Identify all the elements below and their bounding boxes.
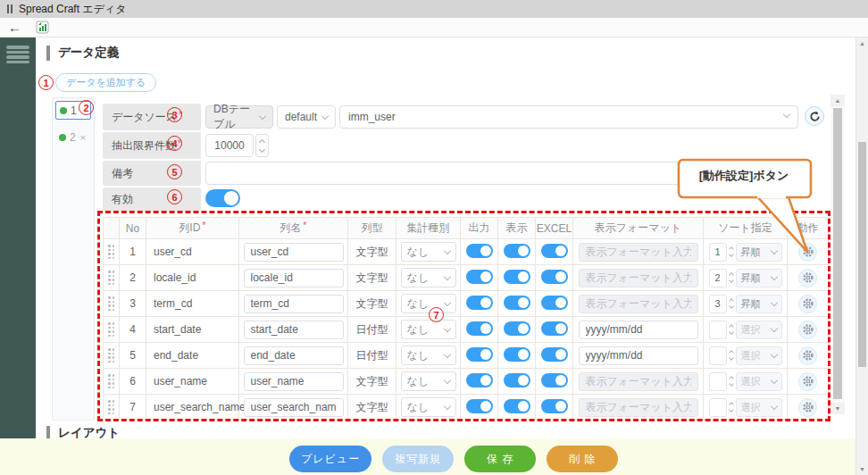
excel-toggle[interactable] — [541, 321, 568, 336]
scroll-up-arrow[interactable]: ▲ — [830, 95, 845, 106]
save-button[interactable]: 保 存 — [464, 446, 536, 472]
aggregation-select[interactable]: なし — [401, 268, 456, 288]
sort-spinner[interactable] — [730, 351, 733, 360]
sort-order-select[interactable]: 昇順 — [736, 243, 782, 262]
row-drag-handle[interactable] — [104, 271, 119, 285]
display-toggle[interactable] — [504, 244, 530, 258]
scroll-down-arrow[interactable]: ▼ — [830, 403, 845, 414]
sort-order-select[interactable]: 選択 — [736, 321, 782, 339]
copy-new-button[interactable]: 複写新規 — [382, 446, 454, 472]
limit-input[interactable] — [205, 134, 254, 157]
action-settings-button[interactable] — [798, 295, 817, 313]
display-toggle[interactable] — [504, 399, 530, 413]
format-input[interactable] — [579, 398, 698, 417]
column-name-input[interactable] — [244, 321, 344, 339]
row-drag-handle[interactable] — [104, 296, 119, 311]
format-input[interactable] — [579, 269, 698, 288]
preview-button[interactable]: プレビュー — [289, 446, 371, 472]
column-name-input[interactable] — [244, 372, 344, 391]
back-arrow-icon[interactable]: ← — [8, 21, 21, 34]
aggregation-select[interactable]: なし — [401, 320, 456, 339]
sort-spinner[interactable] — [730, 299, 733, 308]
sort-number-input[interactable] — [709, 346, 727, 365]
sort-spinner[interactable] — [730, 403, 733, 412]
spreadsheet-icon[interactable] — [36, 21, 49, 34]
sort-order-select[interactable]: 昇順 — [736, 269, 782, 288]
excel-toggle[interactable] — [541, 296, 568, 310]
excel-toggle[interactable] — [541, 347, 568, 362]
column-name-input[interactable] — [244, 295, 344, 313]
display-toggle[interactable] — [504, 321, 530, 336]
aggregation-select[interactable]: なし — [401, 371, 456, 391]
sort-spinner[interactable] — [730, 247, 733, 256]
format-input[interactable] — [579, 372, 698, 391]
aggregation-select[interactable]: なし — [401, 397, 456, 417]
row-drag-handle[interactable] — [104, 245, 119, 259]
format-input[interactable] — [579, 295, 698, 313]
row-drag-handle[interactable] — [104, 400, 119, 414]
column-name-input[interactable] — [244, 398, 344, 417]
action-settings-button[interactable] — [798, 269, 817, 288]
display-toggle[interactable] — [504, 347, 530, 362]
action-settings-button[interactable] — [798, 346, 817, 365]
datasource-table-input[interactable] — [339, 105, 798, 129]
display-toggle[interactable] — [504, 296, 530, 310]
column-name-input[interactable] — [244, 346, 344, 365]
aggregation-select[interactable]: なし — [401, 242, 456, 262]
sort-order-select[interactable]: 選択 — [736, 372, 782, 391]
aggregation-select[interactable]: なし — [401, 346, 456, 365]
column-name-input[interactable] — [244, 269, 344, 288]
display-toggle[interactable] — [504, 373, 530, 388]
column-name-input[interactable] — [244, 243, 344, 262]
sort-number-input[interactable] — [709, 269, 727, 288]
scroll-down-arrow[interactable]: ▼ — [856, 463, 868, 475]
menu-icon[interactable] — [6, 46, 29, 63]
output-toggle[interactable] — [466, 270, 493, 284]
sort-spinner[interactable] — [730, 273, 733, 282]
format-input[interactable] — [579, 243, 698, 262]
row-drag-handle[interactable] — [104, 348, 119, 362]
sort-number-input[interactable] — [709, 398, 727, 417]
output-toggle[interactable] — [466, 347, 493, 362]
excel-toggle[interactable] — [541, 270, 568, 284]
scrollbar-thumb[interactable] — [858, 142, 866, 367]
excel-toggle[interactable] — [541, 399, 568, 413]
excel-toggle[interactable] — [541, 373, 568, 388]
action-settings-button[interactable] — [798, 321, 817, 339]
action-settings-button[interactable] — [798, 243, 817, 262]
scroll-up-arrow[interactable]: ▲ — [856, 38, 868, 49]
sort-order-select[interactable]: 選択 — [736, 398, 782, 417]
sort-number-input[interactable] — [709, 243, 727, 262]
aggregation-select[interactable]: なし — [401, 294, 456, 313]
sort-spinner[interactable] — [730, 325, 733, 334]
excel-toggle[interactable] — [541, 244, 568, 258]
action-settings-button[interactable] — [798, 372, 817, 391]
output-toggle[interactable] — [466, 296, 493, 310]
action-settings-button[interactable] — [798, 398, 817, 417]
output-toggle[interactable] — [466, 399, 493, 413]
sort-number-input[interactable] — [709, 321, 727, 339]
sort-order-select[interactable]: 昇順 — [736, 295, 782, 313]
row-drag-handle[interactable] — [104, 322, 119, 337]
sort-order-select[interactable]: 選択 — [736, 346, 782, 365]
sort-number-input[interactable] — [709, 295, 727, 313]
format-input[interactable] — [579, 321, 698, 339]
add-data-button[interactable]: データを追加する — [55, 73, 156, 92]
refresh-button[interactable] — [805, 106, 824, 126]
sort-number-input[interactable] — [709, 372, 727, 391]
output-toggle[interactable] — [466, 373, 493, 388]
display-toggle[interactable] — [504, 270, 530, 284]
sort-spinner[interactable] — [730, 377, 733, 386]
scrollbar-thumb[interactable] — [833, 108, 842, 399]
format-input[interactable] — [579, 346, 698, 365]
data-list-item-2[interactable]: 2 × — [59, 131, 86, 144]
row-drag-handle[interactable] — [104, 374, 119, 388]
output-toggle[interactable] — [466, 244, 493, 258]
datasource-type-select[interactable]: DBテーブル — [205, 105, 273, 129]
enabled-toggle[interactable] — [205, 189, 240, 207]
output-toggle[interactable] — [466, 321, 493, 336]
datasource-schema-select[interactable]: default — [277, 105, 336, 129]
delete-button[interactable]: 削 除 — [547, 446, 618, 472]
spinner-arrows[interactable] — [255, 134, 269, 157]
close-icon[interactable]: × — [80, 132, 86, 143]
